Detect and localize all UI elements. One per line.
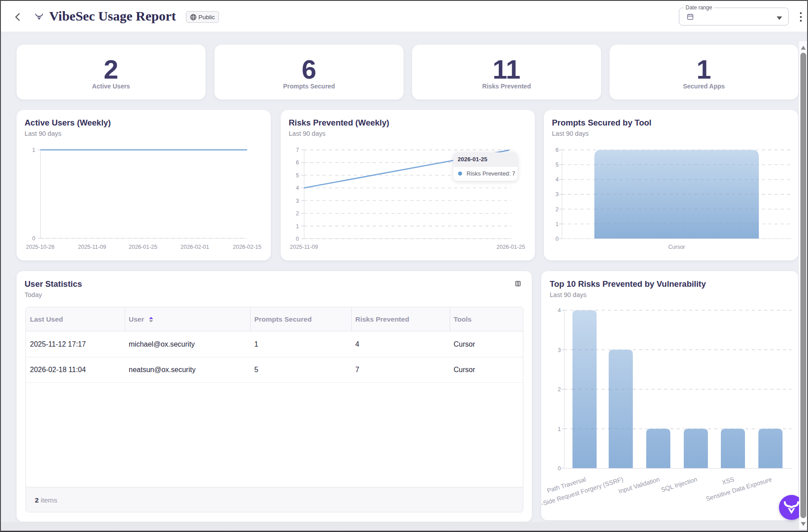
svg-text:2: 2 bbox=[296, 210, 299, 217]
svg-text:1: 1 bbox=[556, 221, 559, 227]
svg-text:0: 0 bbox=[296, 236, 299, 242]
svg-text:Cursor: Cursor bbox=[668, 244, 685, 250]
svg-text:6: 6 bbox=[296, 159, 299, 166]
svg-text:2: 2 bbox=[556, 206, 559, 213]
svg-text:2025-11-09: 2025-11-09 bbox=[290, 244, 318, 250]
svg-text:1: 1 bbox=[32, 147, 35, 153]
svg-text:4: 4 bbox=[556, 176, 559, 183]
svg-text:2026-01-25: 2026-01-25 bbox=[497, 244, 525, 250]
svg-text:2: 2 bbox=[558, 386, 561, 393]
svg-text:1: 1 bbox=[558, 426, 561, 432]
svg-text:2025-10-26: 2025-10-26 bbox=[26, 244, 55, 250]
svg-text:2026-01-25: 2026-01-25 bbox=[129, 244, 157, 250]
svg-text:0: 0 bbox=[556, 236, 559, 242]
svg-text:XSS: XSS bbox=[721, 476, 735, 486]
svg-text:6: 6 bbox=[556, 147, 559, 153]
svg-text:1: 1 bbox=[296, 223, 299, 230]
svg-text:0: 0 bbox=[32, 235, 35, 242]
svg-text:0: 0 bbox=[558, 465, 561, 472]
svg-text:Sensitive Data Exposure: Sensitive Data Exposure bbox=[705, 476, 773, 503]
svg-text:3: 3 bbox=[556, 191, 559, 197]
svg-text:2026-02-01: 2026-02-01 bbox=[181, 244, 209, 250]
svg-text:4: 4 bbox=[296, 185, 299, 191]
svg-text:Input Validation: Input Validation bbox=[618, 476, 661, 495]
svg-text:4: 4 bbox=[558, 307, 561, 314]
svg-text:3: 3 bbox=[558, 347, 561, 353]
svg-text:5: 5 bbox=[556, 162, 559, 168]
svg-text:3: 3 bbox=[296, 198, 299, 204]
svg-text:5: 5 bbox=[296, 172, 299, 179]
svg-text:2026-02-15: 2026-02-15 bbox=[233, 244, 261, 250]
svg-text:7: 7 bbox=[296, 147, 299, 153]
svg-text:2025-11-09: 2025-11-09 bbox=[78, 244, 106, 250]
svg-text:SQL Injection: SQL Injection bbox=[660, 476, 698, 494]
